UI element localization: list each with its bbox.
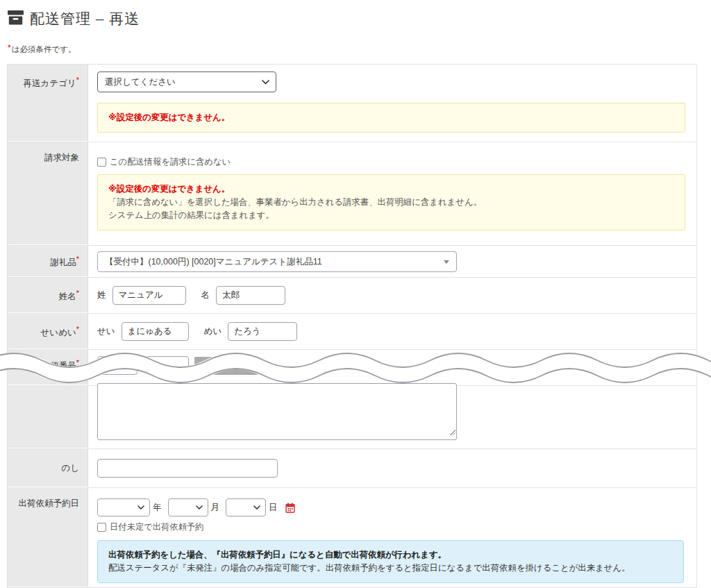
reward-item-select[interactable]: 【受付中】(10,000円) [0020]マニュアルテスト謝礼品11 bbox=[97, 251, 457, 272]
required-mark: * bbox=[76, 255, 79, 263]
ship-request-day-select[interactable] bbox=[226, 498, 266, 516]
ship-request-year-select[interactable] bbox=[97, 498, 150, 516]
billing-notice-warning: ※設定後の変更はできません。 bbox=[108, 183, 674, 196]
required-note: *は必須条件です。 bbox=[8, 43, 711, 55]
notice-warning-text: ※設定後の変更はできません。 bbox=[108, 112, 230, 122]
name-content: 姓 名 bbox=[88, 278, 696, 313]
ship-request-info-bold: 出荷依頼予約をした場合、『出荷依頼予約日』になると自動で出荷依頼が行われます。 bbox=[108, 548, 673, 562]
last-kana-inline-label: せい bbox=[97, 326, 115, 337]
resend-category-select-value: 選択してください bbox=[105, 76, 176, 88]
billing-notice: ※設定後の変更はできません。 「請求に含めない」を選択した場合、事業者から出力さ… bbox=[97, 174, 685, 230]
billing-exclude-option[interactable]: この配送情報を請求に含めない bbox=[97, 156, 685, 168]
noshi-content bbox=[88, 449, 696, 487]
postal-code-part2-input[interactable] bbox=[146, 356, 189, 375]
noshi-input[interactable] bbox=[97, 459, 278, 478]
row-reward-item: 謝礼品* 【受付中】(10,000円) [0020]マニュアルテスト謝礼品11 bbox=[8, 245, 696, 277]
resend-category-content: 選択してください ※設定後の変更はできません。 bbox=[88, 65, 696, 142]
remarks-content bbox=[88, 386, 696, 448]
noshi-label: のし bbox=[8, 449, 88, 487]
required-mark: * bbox=[76, 76, 79, 84]
page-header: 配送管理 – 再送 bbox=[0, 0, 711, 28]
billing-target-content: この配送情報を請求に含めない ※設定後の変更はできません。 「請求に含めない」を… bbox=[88, 142, 696, 245]
resend-category-select[interactable]: 選択してください bbox=[97, 72, 276, 92]
reward-item-content: 【受付中】(10,000円) [0020]マニュアルテスト謝礼品11 bbox=[88, 246, 696, 277]
postal-code-label: 郵便番号* bbox=[8, 350, 88, 385]
month-suffix-label: 月 bbox=[211, 502, 220, 514]
undated-ship-request-option[interactable]: 日付未定で出荷依頼予約 bbox=[97, 521, 685, 533]
last-kana-input[interactable] bbox=[122, 322, 189, 341]
ship-request-date-content: 年 月 日 bbox=[88, 488, 696, 587]
calendar-icon[interactable] bbox=[285, 503, 295, 513]
undated-ship-request-checkbox[interactable] bbox=[97, 523, 106, 532]
chevron-down-icon bbox=[262, 80, 269, 85]
required-mark: * bbox=[76, 358, 79, 367]
ship-request-info-box: 出荷依頼予約をした場合、『出荷依頼予約日』になると自動で出荷依頼が行われます。 … bbox=[97, 540, 684, 583]
year-suffix-label: 年 bbox=[153, 502, 162, 514]
day-suffix-label: 日 bbox=[269, 502, 278, 514]
billing-notice-line2: システム上の集計の結果には含まれます。 bbox=[108, 209, 674, 222]
first-kana-input[interactable] bbox=[228, 322, 297, 341]
page-title: 配送管理 – 再送 bbox=[30, 9, 140, 28]
row-ship-request-date: 出荷依頼予約日 年 月 bbox=[8, 487, 696, 587]
kana-name-label: せいめい* bbox=[8, 314, 88, 349]
billing-target-label: 請求対象 bbox=[8, 142, 88, 245]
remarks-textarea[interactable] bbox=[97, 383, 457, 440]
resend-form-table: 再送カテゴリ* 選択してください ※設定後の変更はできません。 請求対象 bbox=[7, 64, 697, 588]
required-mark: * bbox=[76, 289, 79, 297]
reward-item-label: 謝礼品* bbox=[8, 246, 88, 277]
required-note-text: は必須条件です。 bbox=[12, 45, 76, 53]
ship-request-month-select[interactable] bbox=[168, 498, 208, 516]
row-remarks bbox=[8, 385, 696, 448]
kana-name-content: せい めい bbox=[88, 314, 696, 349]
required-star: * bbox=[8, 43, 11, 53]
billing-exclude-label: この配送情報を請求に含めない bbox=[110, 156, 231, 168]
delivery-resend-page: 配送管理 – 再送 *は必須条件です。 再送カテゴリ* 選択してください ※設定… bbox=[0, 0, 711, 588]
row-kana-name: せいめい* せい めい bbox=[8, 313, 696, 349]
billing-notice-line1: 「請求に含めない」を選択した場合、事業者から出力される請求書、出荷明細に含まれま… bbox=[108, 196, 674, 209]
resend-category-label: 再送カテゴリ* bbox=[8, 65, 88, 142]
dropdown-arrow-icon bbox=[444, 260, 449, 264]
resize-grip-icon[interactable] bbox=[449, 429, 455, 435]
archive-box-icon bbox=[8, 10, 24, 28]
first-name-input[interactable] bbox=[216, 286, 285, 305]
first-name-inline-label: 名 bbox=[201, 289, 210, 301]
name-label: 姓名* bbox=[8, 278, 88, 313]
required-mark: * bbox=[76, 325, 79, 333]
first-kana-inline-label: めい bbox=[204, 326, 222, 337]
row-resend-category: 再送カテゴリ* 選択してください ※設定後の変更はできません。 bbox=[8, 65, 696, 142]
last-name-inline-label: 姓 bbox=[97, 289, 106, 301]
undated-ship-request-label: 日付未定で出荷依頼予約 bbox=[110, 521, 204, 533]
postal-code-content: 住所自動入力 bbox=[88, 350, 696, 385]
row-name: 姓名* 姓 名 bbox=[8, 277, 696, 313]
ship-request-info-text: 配送ステータスが『未発注』の場合のみ指定可能です。出荷依頼予約をすると指定日にな… bbox=[108, 562, 673, 575]
ship-request-date-label: 出荷依頼予約日 bbox=[8, 488, 88, 587]
remarks-label bbox=[8, 386, 88, 448]
row-billing-target: 請求対象 この配送情報を請求に含めない ※設定後の変更はできません。 「請求に含… bbox=[8, 142, 696, 245]
resend-category-notice: ※設定後の変更はできません。 bbox=[97, 103, 685, 133]
billing-exclude-checkbox[interactable] bbox=[97, 158, 106, 167]
last-name-input[interactable] bbox=[112, 286, 186, 305]
reward-item-select-value: 【受付中】(10,000円) [0020]マニュアルテスト謝礼品11 bbox=[105, 256, 322, 268]
row-postal-code: 郵便番号* 住所自動入力 bbox=[8, 349, 696, 385]
address-autofill-button[interactable]: 住所自動入力 bbox=[194, 357, 258, 375]
postal-code-part1-input[interactable] bbox=[97, 356, 137, 375]
row-noshi: のし bbox=[8, 448, 696, 487]
